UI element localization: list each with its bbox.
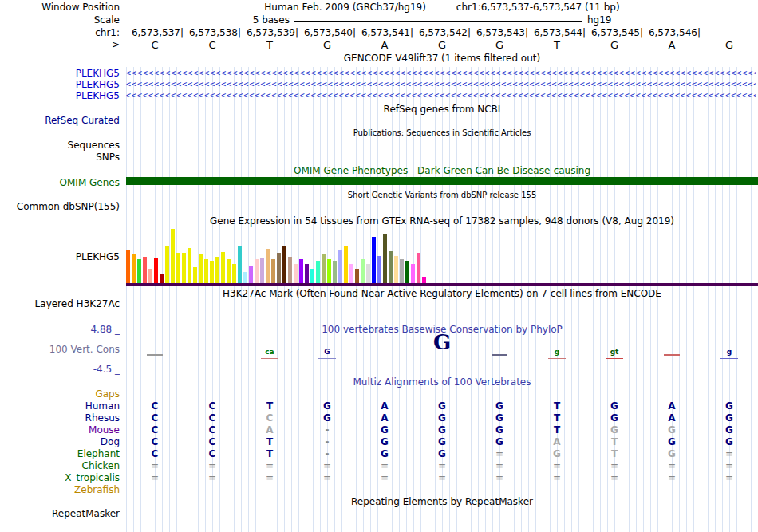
alignment-base: =	[720, 472, 739, 483]
alignment-base: =	[720, 460, 739, 471]
species-label[interactable]: Human	[0, 400, 120, 412]
gtex-tissue-bar	[271, 259, 275, 283]
coordinate-label: 6,573,542|	[407, 27, 471, 38]
refseq-curated-label[interactable]: RefSeq Curated	[0, 115, 120, 126]
gencode-gene-label[interactable]: PLEKHG5	[0, 68, 120, 79]
alignment-base: G	[318, 400, 337, 412]
species-label[interactable]: Gaps	[0, 388, 120, 400]
alignment-base: C	[203, 448, 222, 459]
omim-genes-label[interactable]: OMIM Genes	[0, 177, 120, 188]
dna-base: T	[547, 39, 567, 51]
alignment-base: =	[662, 460, 681, 471]
alignment-base: =	[432, 460, 452, 471]
alignment-base: G	[432, 412, 452, 424]
coordinate-ruler[interactable]: 6,573,537|6,573,538|6,573,539|6,573,540|…	[126, 27, 758, 38]
gtex-tissue-bar	[372, 237, 376, 283]
alignment-base: G	[662, 448, 681, 459]
gtex-tissue-bar	[260, 258, 264, 283]
species-label[interactable]: Zebrafish	[0, 484, 120, 495]
dbsnp-label[interactable]: Common dbSNP(155)	[0, 201, 120, 212]
gtex-tissue-bar	[266, 249, 270, 283]
refseq-track-title[interactable]: RefSeq genes from NCBI	[126, 104, 758, 115]
alignment-base: G	[547, 448, 567, 459]
species-label[interactable]: Elephant	[0, 448, 120, 459]
gene-model-row[interactable]: <<<<<<<<<<<<<<<<<<<<<<<<<<<<<<<<<<<<<<<<…	[126, 80, 756, 89]
conservation-logo-letter: G	[430, 330, 454, 354]
coordinate-label: 6,573,537|	[120, 27, 184, 38]
gtex-tissue-bar	[282, 246, 286, 283]
assembly-name: Human Feb. 2009 (GRCh37/hg19)	[264, 2, 426, 13]
h3k27ac-track-title[interactable]: H3K27Ac Mark (Often Found Near Active Re…	[126, 288, 758, 299]
gene-model-row[interactable]: <<<<<<<<<<<<<<<<<<<<<<<<<<<<<<<<<<<<<<<<…	[126, 69, 756, 78]
gtex-tissue-bar	[377, 256, 381, 283]
alignment-base: G	[375, 448, 394, 459]
dna-base: G	[605, 39, 624, 51]
alignment-base: A	[375, 400, 394, 412]
h3k27ac-label[interactable]: Layered H3K27Ac	[0, 298, 120, 309]
conservation-logo-letter: ca	[259, 348, 280, 356]
alignment-base: =	[605, 460, 624, 471]
conservation-wiggle[interactable]: caGGggtg	[126, 333, 758, 372]
alignment-base: =	[375, 472, 394, 483]
species-label[interactable]: Chicken	[0, 460, 120, 471]
omim-track-title[interactable]: OMIM Gene Phenotypes - Dark Green Can Be…	[126, 165, 758, 176]
gtex-tissue-bar	[137, 259, 141, 283]
alignment-base: C	[203, 412, 222, 424]
conservation-label[interactable]: 100 Vert. Cons	[0, 344, 120, 355]
alignment-base: T	[547, 400, 567, 412]
alignment-base: =	[318, 472, 337, 483]
scale-bar	[294, 18, 582, 25]
alignment-base: G	[432, 400, 452, 412]
multiz-track-title[interactable]: Multiz Alignments of 100 Vertebrates	[126, 376, 758, 388]
alignment-base: G	[605, 424, 624, 435]
coordinate-label: 6,573,541|	[349, 27, 413, 38]
publications-track-title[interactable]: Publications: Sequences in Scientific Ar…	[126, 128, 758, 137]
alignment-base: =	[375, 460, 394, 471]
alignment-base: T	[547, 424, 567, 435]
dbsnp-track-title[interactable]: Short Genetic Variants from dbSNP releas…	[126, 191, 758, 199]
species-label[interactable]: X_tropicalis	[0, 472, 120, 483]
alignment-base: G	[605, 412, 624, 424]
alignment-base: G	[720, 424, 739, 435]
alignment-base: G	[490, 412, 509, 424]
gtex-tissue-bar	[294, 264, 298, 283]
alignment-base: G	[662, 424, 681, 435]
strand-arrow-label: --->	[0, 39, 120, 50]
species-label[interactable]: Rhesus	[0, 412, 120, 424]
gtex-tissue-bar	[411, 264, 415, 283]
dna-base: C	[203, 39, 222, 51]
dna-base-row[interactable]: CCTGAGGTGAG	[126, 39, 758, 51]
gtex-expression-barchart[interactable]	[126, 229, 758, 283]
gtex-gene-label[interactable]: PLEKHG5	[0, 251, 120, 262]
dna-base: A	[662, 39, 681, 51]
snps-label[interactable]: SNPs	[0, 152, 120, 163]
species-label[interactable]: Mouse	[0, 424, 120, 435]
gtex-tissue-bar	[389, 251, 393, 283]
gtex-tissue-bar	[215, 257, 219, 283]
gtex-track-title[interactable]: Gene Expression in 54 tissues from GTEx …	[126, 215, 758, 227]
gencode-track-title[interactable]: GENCODE V49lift37 (1 items filtered out)	[126, 53, 758, 64]
dna-base: G	[720, 39, 739, 51]
alignment-base: =	[432, 472, 452, 483]
gencode-gene-label[interactable]: PLEKHG5	[0, 79, 120, 90]
alignment-base: T	[547, 412, 567, 424]
coordinate-label: 6,573,540|	[292, 27, 356, 38]
gene-model-row[interactable]: <<<<<<<<<<<<<<<<<<<<<<<<<<<<<<<<<<<<<<<<…	[126, 91, 756, 100]
alignment-base: T	[260, 436, 279, 447]
omim-gene-bar[interactable]	[126, 177, 758, 185]
dna-base: G	[432, 39, 452, 51]
gtex-tissue-bar	[316, 261, 320, 283]
species-label[interactable]: Dog	[0, 436, 120, 447]
gencode-gene-label[interactable]: PLEKHG5	[0, 90, 120, 101]
gtex-tissue-bar	[255, 259, 259, 283]
repeatmasker-track-title[interactable]: Repeating Elements by RepeatMasker	[126, 496, 758, 507]
repeatmasker-label[interactable]: RepeatMasker	[0, 508, 120, 519]
scale-ruler: 5 bases hg19	[126, 14, 758, 26]
alignment-base: G	[432, 448, 452, 459]
window-position-label: Window Position	[0, 2, 120, 13]
sequences-label[interactable]: Sequences	[0, 140, 120, 151]
alignment-base: =	[203, 472, 222, 483]
alignment-base: G	[432, 424, 452, 435]
gtex-tissue-bar	[154, 258, 158, 283]
alignment-base: =	[490, 460, 509, 471]
